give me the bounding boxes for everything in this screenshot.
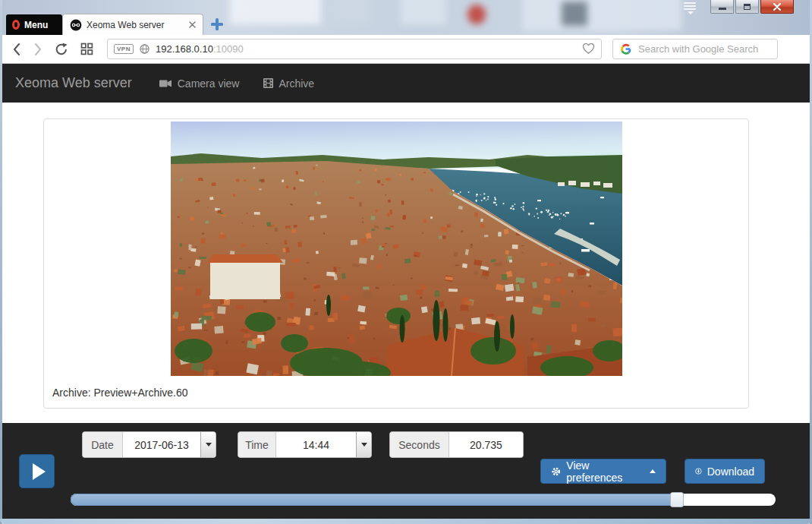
maximize-icon — [744, 4, 751, 10]
caret-down-icon — [361, 443, 367, 447]
seconds-field-group: Seconds 20.735 — [389, 431, 524, 458]
search-box[interactable] — [612, 39, 778, 59]
tab-close-icon[interactable] — [189, 21, 196, 28]
forward-icon — [33, 43, 42, 56]
gear-icon — [551, 466, 561, 477]
forward-button[interactable] — [33, 43, 42, 56]
download-circle-icon — [695, 466, 702, 477]
address-bar[interactable]: VPN 192.168.0.10:10090 — [107, 39, 602, 59]
caret-down-icon — [206, 443, 212, 447]
camera-icon — [159, 79, 172, 88]
page-navbar: Xeoma Web server Camera view Archive — [0, 64, 812, 103]
camera-archive-frame[interactable] — [171, 122, 622, 376]
nav-archive[interactable]: Archive — [263, 77, 314, 90]
plus-icon — [210, 17, 224, 31]
play-button[interactable] — [19, 454, 55, 488]
download-button[interactable]: Download — [685, 459, 765, 484]
browser-toolbar: VPN 192.168.0.10:10090 — [0, 35, 812, 64]
speed-dial-button[interactable] — [80, 43, 93, 55]
favicon — [70, 19, 82, 31]
view-preferences-label: View preferences — [566, 459, 644, 484]
window-border-left — [0, 0, 2, 524]
time-field-group: Time 14:44 — [238, 431, 372, 458]
window-border-bottom — [0, 519, 812, 524]
date-field-group: Date 2017-06-13 — [82, 431, 216, 458]
tab-menu-chevron-icon[interactable] — [684, 2, 697, 13]
time-dropdown-button[interactable] — [356, 432, 371, 457]
heart-bookmark-icon[interactable] — [582, 43, 595, 55]
new-tab-button[interactable] — [210, 17, 224, 31]
url-host: 192.168.0.10 — [156, 43, 213, 55]
google-g-icon — [620, 43, 631, 55]
url-text[interactable]: 192.168.0.10:10090 — [156, 43, 244, 55]
reload-icon — [55, 43, 68, 56]
opera-logo-icon — [12, 20, 20, 30]
minimize-icon — [719, 8, 726, 10]
nav-archive-label: Archive — [279, 77, 314, 90]
playback-footer: Date 2017-06-13 Time 14:44 Seconds 20.73… — [0, 423, 812, 519]
date-value[interactable]: 2017-06-13 — [123, 432, 200, 457]
timeline-fill — [71, 494, 677, 506]
globe-icon — [139, 43, 150, 55]
time-label: Time — [238, 432, 276, 457]
minimize-button[interactable] — [710, 0, 734, 14]
menu-label: Menu — [24, 20, 48, 30]
page-content: Archive: Preview+Archive.60 — [0, 103, 812, 423]
nav-camera-view-label: Camera view — [178, 77, 240, 90]
back-button[interactable] — [12, 43, 21, 56]
date-label: Date — [83, 432, 123, 457]
browser-window: Menu Xeoma Web server — [0, 0, 812, 524]
archive-preview-card: Archive: Preview+Archive.60 — [43, 118, 749, 409]
speed-dial-grid-icon — [80, 43, 93, 55]
date-dropdown-button[interactable] — [200, 432, 216, 457]
reload-button[interactable] — [55, 43, 68, 56]
url-port: :10090 — [213, 43, 244, 55]
timeline-slider[interactable] — [71, 494, 776, 506]
maximize-button[interactable] — [735, 0, 759, 14]
download-label: Download — [707, 466, 754, 478]
vpn-badge[interactable]: VPN — [114, 44, 134, 54]
close-button[interactable] — [760, 0, 794, 14]
close-icon — [773, 3, 781, 11]
tab-xeoma-web-server[interactable]: Xeoma Web server — [62, 14, 203, 35]
seconds-label: Seconds — [390, 432, 449, 457]
search-input[interactable] — [637, 43, 770, 55]
film-archive-icon — [263, 78, 273, 88]
opera-menu-button[interactable]: Menu — [6, 14, 62, 35]
back-icon — [12, 43, 21, 56]
timeline-handle[interactable] — [670, 492, 684, 507]
archive-caption: Archive: Preview+Archive.60 — [52, 387, 188, 399]
caret-up-icon — [650, 469, 656, 473]
page-title: Xeoma Web server — [15, 75, 132, 91]
nav-camera-view[interactable]: Camera view — [159, 77, 240, 90]
view-preferences-button[interactable]: View preferences — [540, 459, 666, 484]
time-value[interactable]: 14:44 — [276, 432, 356, 457]
play-icon — [33, 463, 46, 480]
seconds-value[interactable]: 20.735 — [449, 432, 523, 457]
tab-title: Xeoma Web server — [87, 20, 184, 30]
